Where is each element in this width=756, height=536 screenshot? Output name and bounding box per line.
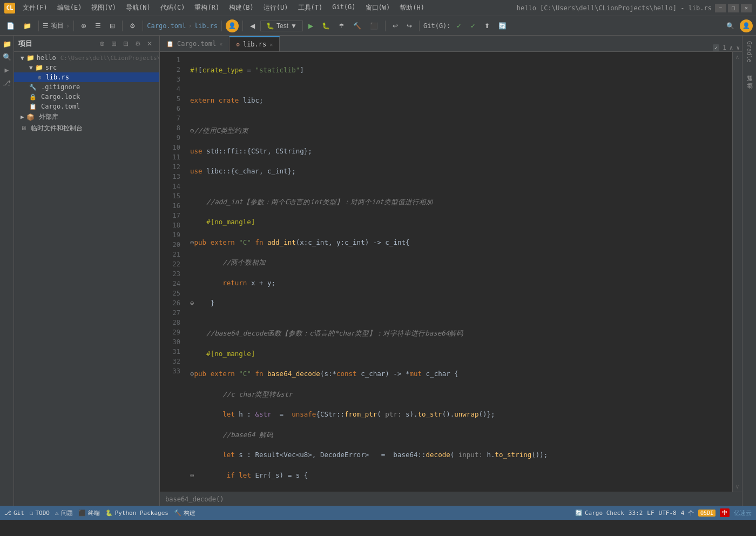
coverage-button[interactable]: ☂ bbox=[335, 19, 348, 33]
tree-item-external-libs[interactable]: ▶ 📦 外部库 bbox=[14, 111, 159, 123]
new-file-button[interactable]: 📄 bbox=[3, 19, 18, 33]
line-ending-status[interactable]: LF bbox=[647, 510, 654, 517]
git-fetch-button[interactable]: 🔄 bbox=[495, 19, 510, 33]
user-avatar[interactable]: 👤 bbox=[226, 19, 239, 32]
minimize-button[interactable]: − bbox=[715, 4, 726, 12]
test-label: Test bbox=[276, 22, 288, 30]
right-tab-gradle[interactable]: Gradle bbox=[745, 38, 754, 66]
lock-file-icon: 🔒 bbox=[29, 93, 37, 100]
tree-item-gitignore-label: .gitignore bbox=[41, 83, 80, 91]
menu-code[interactable]: 代码(C) bbox=[156, 2, 190, 14]
tree-collapse-button[interactable]: ⊟ bbox=[120, 38, 131, 49]
menu-window[interactable]: 窗口(W) bbox=[361, 2, 395, 14]
status-git-item[interactable]: ⎇ Git bbox=[4, 510, 24, 517]
tree-item-src[interactable]: ▼ 📁 src bbox=[14, 63, 159, 72]
menu-git[interactable]: Git(G) bbox=[328, 2, 360, 14]
charset-label: UTF-8 bbox=[659, 510, 677, 517]
toolbar-list-button[interactable]: ☰ bbox=[92, 19, 104, 33]
menu-view[interactable]: 视图(V) bbox=[87, 2, 120, 14]
tree-item-cargo-toml[interactable]: 📋 Cargo.toml bbox=[14, 102, 159, 111]
tree-item-librs-label: lib.rs bbox=[46, 73, 69, 81]
left-sidebar-icons: 📁 🔍 ▶ ⎇ bbox=[0, 36, 14, 506]
maximize-button[interactable]: □ bbox=[728, 4, 739, 12]
cargo-toml-tab-close[interactable]: ✕ bbox=[219, 41, 222, 47]
toolbar-settings-button[interactable]: ⚙ bbox=[126, 19, 139, 33]
breadcrumb-cargo-toml[interactable]: Cargo.toml bbox=[147, 22, 186, 30]
open-button[interactable]: 📁 bbox=[20, 19, 35, 33]
sidebar-git-icon[interactable]: ⎇ bbox=[1, 77, 13, 89]
test-run-button[interactable]: 🐛 Test ▼ bbox=[260, 21, 303, 31]
indent-status[interactable]: 4 个 bbox=[681, 509, 694, 517]
debug-button[interactable]: 🐛 bbox=[319, 19, 333, 33]
sidebar-search-icon[interactable]: 🔍 bbox=[1, 51, 13, 63]
status-python-item[interactable]: 🐍 Python Packages bbox=[105, 510, 168, 517]
chevron-down-tab-icon[interactable]: ∨ bbox=[736, 44, 740, 51]
code-line-18: ⊖pub extern "C" fn base64_decode(s:*cons… bbox=[187, 369, 732, 379]
close-button[interactable]: ✕ bbox=[741, 4, 752, 12]
menu-build[interactable]: 构建(B) bbox=[225, 2, 258, 14]
code-line-6: use std::ffi::{CStr, CString}; bbox=[187, 146, 732, 157]
tree-expand-button[interactable]: ⊞ bbox=[109, 38, 119, 49]
toolbar-add-button[interactable]: ⊕ bbox=[78, 19, 90, 33]
tree-settings-button[interactable]: ⚙ bbox=[132, 38, 143, 49]
status-problem-item[interactable]: ⚠ 问题 bbox=[55, 509, 73, 517]
tab-lib-rs[interactable]: ⚙ lib.rs ✕ bbox=[230, 36, 280, 51]
line-count-badge: ✓ bbox=[713, 44, 719, 51]
right-tab-bookmark[interactable]: 书签 bbox=[744, 75, 754, 81]
undo-button[interactable]: ↩ bbox=[389, 19, 401, 33]
menu-refactor[interactable]: 重构(R) bbox=[190, 2, 224, 14]
code-line-22: let s : Result<Vec<u8>, DecodeError> = b… bbox=[187, 450, 732, 460]
cargo-check-icon: 🔄 bbox=[575, 510, 583, 517]
scroll-up-button[interactable]: ∧ bbox=[734, 53, 740, 61]
tree-item-librs[interactable]: ⚙ lib.rs bbox=[14, 72, 159, 82]
git-push-button[interactable]: ⬆ bbox=[481, 19, 493, 33]
menu-run[interactable]: 运行(U) bbox=[259, 2, 293, 14]
toolbar-collapse-button[interactable]: ⊟ bbox=[106, 19, 118, 33]
sidebar-run-icon[interactable]: ▶ bbox=[1, 64, 13, 76]
yisu-cloud-status[interactable]: 亿速云 bbox=[734, 509, 752, 517]
run-button[interactable]: ▶ bbox=[305, 19, 316, 33]
code-line-14: ⊖ } bbox=[187, 298, 732, 309]
tree-item-temp-console[interactable]: 🖥 临时文件和控制台 bbox=[14, 123, 159, 134]
scroll-down-button[interactable]: ∨ bbox=[734, 483, 740, 491]
build-button[interactable]: 🔨 bbox=[350, 19, 364, 33]
status-todo-item[interactable]: ☐ TODO bbox=[30, 510, 50, 517]
tree-add-button[interactable]: ⊕ bbox=[97, 38, 107, 49]
menu-edit[interactable]: 编辑(E) bbox=[53, 2, 86, 14]
cursor-position-status[interactable]: 33:2 bbox=[629, 510, 643, 517]
stop-button[interactable]: ⬛ bbox=[367, 19, 381, 33]
status-build-item[interactable]: 🔨 构建 bbox=[174, 509, 195, 517]
lib-rs-tab-close[interactable]: ✕ bbox=[269, 42, 273, 48]
right-tab-notify[interactable]: 通知 bbox=[744, 67, 754, 73]
tab-cargo-toml[interactable]: 📋 Cargo.toml ✕ bbox=[160, 36, 230, 51]
chevron-up-icon[interactable]: ∧ bbox=[730, 44, 733, 51]
menu-navigate[interactable]: 导航(N) bbox=[122, 2, 155, 14]
git-checkmark2-button[interactable]: ✓ bbox=[467, 19, 479, 33]
osdi-badge[interactable]: OSDI bbox=[698, 510, 716, 517]
tree-item-gitignore[interactable]: 🔧 .gitignore bbox=[14, 82, 159, 92]
sogou-status[interactable]: 中 bbox=[720, 508, 730, 517]
tree-item-cargo-lock[interactable]: 🔒 Cargo.lock bbox=[14, 92, 159, 102]
chevron-right-icon: › bbox=[66, 22, 70, 30]
charset-status[interactable]: UTF-8 bbox=[659, 510, 677, 517]
code-editor[interactable]: 1 2 3 4 5 6 7 8 9 10 11 12 13 14 15 16 1… bbox=[160, 52, 742, 492]
status-terminal-item[interactable]: ⬛ 终端 bbox=[78, 509, 100, 517]
search-button[interactable]: 🔍 bbox=[723, 19, 738, 33]
menu-help[interactable]: 帮助(H) bbox=[395, 2, 429, 14]
menu-tools[interactable]: 工具(T) bbox=[294, 2, 327, 14]
editor-area: 📋 Cargo.toml ✕ ⚙ lib.rs ✕ ✓ 1 ∧ ∨ 1 2 bbox=[160, 36, 742, 506]
code-content[interactable]: #![crate_type = "staticlib"] extern crat… bbox=[187, 52, 732, 492]
tree-close-button[interactable]: ✕ bbox=[144, 38, 155, 49]
redo-button[interactable]: ↪ bbox=[403, 19, 415, 33]
tree-item-hello-root[interactable]: ▼ 📁 hello C:\Users\dell\CLionProjects\he… bbox=[14, 53, 159, 63]
profile-avatar[interactable]: 👤 bbox=[740, 19, 753, 32]
breadcrumb-lib-rs[interactable]: lib.rs bbox=[194, 22, 218, 30]
sidebar-project-icon[interactable]: 📁 bbox=[1, 38, 13, 50]
menu-file[interactable]: 文件(F) bbox=[18, 2, 52, 14]
back-button[interactable]: ◀ bbox=[247, 19, 258, 33]
git-checkmark-button[interactable]: ✓ bbox=[453, 19, 465, 33]
problem-status-icon: ⚠ bbox=[55, 510, 59, 517]
code-line-24: panic!("类型错误！"); bbox=[187, 491, 732, 492]
tree-item-cargo-lock-label: Cargo.lock bbox=[41, 93, 80, 100]
cargo-check-status[interactable]: 🔄 Cargo Check bbox=[575, 510, 624, 517]
